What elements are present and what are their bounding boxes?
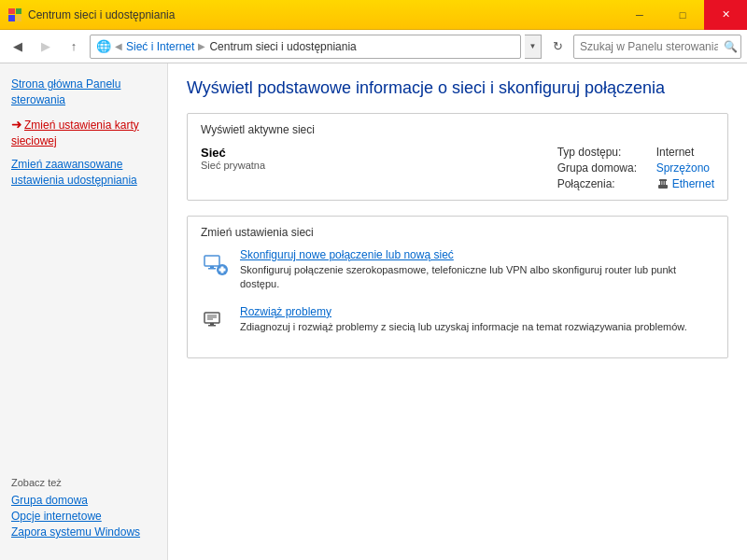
ethernet-icon (656, 177, 669, 190)
troubleshoot-text: Rozwiąż problemy Zdiagnozuj i rozwiąż pr… (240, 305, 687, 334)
sidebar-arrow-icon: ➜ (11, 116, 22, 134)
troubleshoot-item: Rozwiąż problemy Zdiagnozuj i rozwiąż pr… (201, 305, 714, 335)
close-button[interactable]: ✕ (704, 0, 747, 30)
new-connection-item: Skonfiguruj nowe połączenie lub nową sie… (201, 248, 714, 292)
svg-rect-6 (210, 266, 214, 268)
back-button[interactable]: ◀ (6, 35, 30, 59)
sidebar-item-home[interactable]: Strona główna Panelu sterowania (0, 73, 167, 112)
content-area: Wyświetl podstawowe informacje o sieci i… (168, 63, 747, 560)
new-connection-text: Skonfiguruj nowe połączenie lub nową sie… (240, 248, 714, 292)
sidebar-link-homegroup[interactable]: Grupa domowa (11, 494, 156, 507)
svg-rect-7 (208, 268, 216, 270)
search-button[interactable]: 🔍 (724, 40, 738, 53)
ethernet-link[interactable]: Ethernet (672, 177, 714, 190)
search-input[interactable] (573, 35, 741, 59)
access-type-row: Typ dostępu: Internet (557, 146, 714, 159)
active-networks-section: Wyświetl aktywne sieci Sieć Sieć prywatn… (187, 113, 728, 201)
new-connection-link[interactable]: Skonfiguruj nowe połączenie lub nową sie… (240, 248, 714, 261)
network-name-col: Sieć Sieć prywatna (201, 146, 294, 171)
breadcrumb-dropdown[interactable]: ▼ (525, 35, 542, 59)
breadcrumb-part2: Centrum sieci i udostępniania (209, 40, 356, 53)
sidebar-link-firewall[interactable]: Zapora systemu Windows (11, 525, 156, 539)
troubleshoot-link[interactable]: Rozwiąż problemy (240, 305, 687, 318)
svg-rect-15 (210, 323, 214, 325)
access-type-label: Typ dostępu: (557, 146, 651, 159)
breadcrumb-part1[interactable]: Sieć i Internet (126, 40, 194, 53)
svg-rect-0 (658, 185, 668, 189)
up-button[interactable]: ↑ (62, 35, 86, 59)
sidebar: Strona główna Panelu sterowania ➜Zmień u… (0, 63, 168, 560)
sidebar-section-title: Zobacz też (11, 477, 156, 488)
network-details: Typ dostępu: Internet Grupa domowa: Sprz… (557, 146, 714, 190)
minimize-button[interactable]: ─ (618, 0, 661, 30)
connections-label: Połączenia: (557, 177, 651, 190)
network-icon: 🌐 (96, 39, 111, 53)
active-network-row: Sieć Sieć prywatna Typ dostępu: Internet… (201, 146, 714, 190)
home-group-row: Grupa domowa: Sprzężono (557, 161, 714, 175)
sidebar-bottom: Zobacz też Grupa domowa Opcje internetow… (0, 468, 167, 551)
ethernet-connection: Ethernet (656, 177, 714, 190)
new-connection-icon (201, 248, 231, 278)
home-group-label: Grupa domowa: (557, 161, 651, 175)
sidebar-link-internet-options[interactable]: Opcje internetowe (11, 510, 156, 523)
sidebar-item-advanced[interactable]: Zmień zaawansowane ustawienia udostępnia… (0, 153, 167, 192)
app-icon (7, 7, 22, 22)
troubleshoot-desc: Zdiagnozuj i rozwiąż problemy z siecią l… (240, 321, 687, 332)
forward-button[interactable]: ▶ (34, 35, 58, 59)
sidebar-item-adapter[interactable]: ➜Zmień ustawienia karty sieciowej (0, 112, 167, 153)
window-controls: ─ □ ✕ (618, 0, 747, 30)
window-title: Centrum sieci i udostępniania (28, 8, 175, 21)
troubleshoot-svg (203, 307, 229, 333)
maximize-button[interactable]: □ (661, 0, 704, 30)
active-networks-title: Wyświetl aktywne sieci (201, 123, 714, 136)
change-settings-title: Zmień ustawienia sieci (201, 226, 714, 239)
svg-rect-3 (664, 181, 666, 185)
new-connection-svg (203, 250, 229, 276)
network-name: Sieć (201, 146, 294, 160)
refresh-button[interactable]: ↻ (545, 35, 570, 59)
svg-rect-10 (219, 269, 226, 272)
title-bar-left: Centrum sieci i udostępniania (7, 7, 175, 22)
main-window: Strona główna Panelu sterowania ➜Zmień u… (0, 63, 747, 560)
troubleshoot-icon (201, 305, 231, 335)
page-title: Wyświetl podstawowe informacje o sieci i… (187, 78, 728, 98)
svg-rect-5 (204, 256, 219, 266)
home-group-value[interactable]: Sprzężono (656, 161, 710, 175)
title-bar: Centrum sieci i udostępniania ─ □ ✕ (0, 0, 747, 30)
network-type: Sieć prywatna (201, 160, 294, 171)
svg-rect-16 (208, 325, 216, 327)
search-wrapper: 🔍 (573, 35, 741, 59)
change-settings-section: Zmień ustawienia sieci (187, 216, 728, 358)
breadcrumb: 🌐 ◀ Sieć i Internet ▶ Centrum sieci i ud… (90, 35, 521, 59)
connections-row: Połączenia: Ethernet (557, 177, 714, 190)
address-bar: ◀ ▶ ↑ 🌐 ◀ Sieć i Internet ▶ Centrum siec… (0, 30, 747, 63)
svg-rect-4 (659, 179, 667, 181)
svg-rect-1 (660, 181, 662, 185)
new-connection-desc: Skonfiguruj połączenie szerokopasmowe, t… (240, 264, 676, 289)
access-type-value: Internet (656, 146, 695, 159)
